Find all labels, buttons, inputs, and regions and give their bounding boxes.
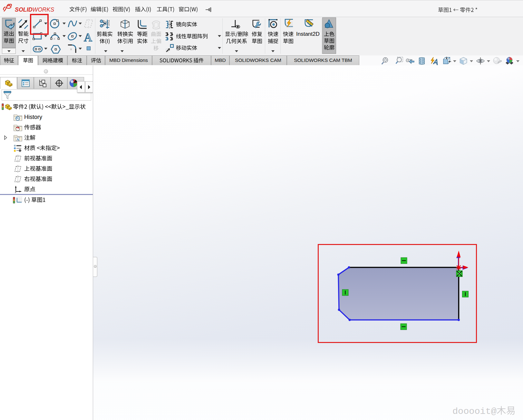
svg-text:A: A <box>16 137 19 141</box>
